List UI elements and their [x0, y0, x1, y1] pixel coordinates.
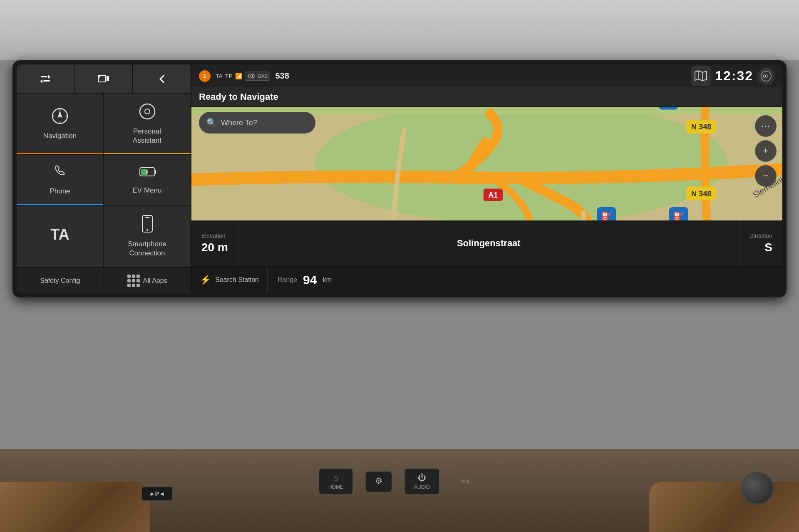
all-apps-icon [127, 275, 140, 287]
minus-icon: − [763, 171, 769, 181]
ready-to-navigate-bar: Ready to Navigate [191, 87, 782, 107]
elevation-label: Elevation [201, 233, 228, 239]
screen-inner: Navigation PersonalAssistant [17, 64, 782, 293]
ta-info-label: TA [216, 73, 223, 79]
vol-label-display: VOL [452, 475, 480, 489]
ta-accent [17, 266, 103, 267]
ev-menu-label: EV Menu [133, 186, 162, 195]
map-view-button[interactable] [691, 66, 711, 86]
vol-text: VOL [461, 479, 471, 485]
physical-buttons: ⌂ HOME ⚙ ⏻ AUDIO VOL [319, 468, 480, 495]
radio-indicator: 1 [199, 70, 211, 82]
smartphone-menu-item[interactable]: SmartphoneConnection [104, 205, 191, 267]
safety-config-label: Safety Config [40, 277, 80, 285]
street-name: Solingenstraat [457, 238, 521, 249]
home-physical-button[interactable]: ⌂ HOME [319, 468, 353, 495]
svg-point-19 [146, 229, 148, 231]
direction-label: Direction [749, 233, 772, 239]
navigation-label: Navigation [43, 131, 77, 141]
back-button[interactable] [133, 64, 191, 93]
radio-number: 1 [203, 73, 206, 79]
navigation-menu-item[interactable]: Navigation [17, 94, 104, 155]
ev-menu-item[interactable]: EV Menu [104, 155, 191, 206]
ev-accent [104, 204, 191, 205]
search-bar[interactable]: 🔍 Where To? [199, 112, 315, 134]
settings-physical-button[interactable]: ⚙ [365, 471, 392, 492]
nav-header-right: 12:32 [691, 66, 775, 86]
radio-frequency: 538 [275, 71, 289, 81]
p-label: ►P◄ [149, 490, 165, 497]
svg-point-14 [145, 109, 150, 114]
range-unit: km [323, 276, 331, 284]
phone-label: Phone [50, 187, 70, 196]
svg-rect-6 [98, 76, 100, 78]
direction-value: S [764, 241, 772, 254]
power-icon: ⏻ [418, 473, 426, 483]
ta-icon: TA [50, 226, 69, 243]
dots-icon: ⋯ [761, 121, 770, 131]
svg-rect-0 [41, 76, 47, 77]
elevation-value: 20 m [201, 241, 228, 254]
nav-footer: ⚡ Search Station Range 94 km [191, 266, 782, 293]
screen-bezel: Navigation PersonalAssistant [12, 60, 787, 297]
ev-icon [139, 164, 156, 183]
street-section: Solingenstraat [238, 220, 739, 266]
audio-physical-button[interactable]: ⏻ AUDIO [404, 468, 439, 495]
personal-assistant-menu-item[interactable]: PersonalAssistant [104, 94, 191, 155]
search-station-button[interactable]: ⚡ Search Station [191, 267, 268, 293]
map-info-bar: Elevation 20 m Solingenstraat Direction … [191, 220, 782, 266]
range-label: Range [278, 276, 297, 284]
volume-knob[interactable] [741, 472, 774, 505]
clock-display: 12:32 [715, 68, 753, 84]
dab-circle-button[interactable] [757, 67, 775, 85]
nav-header-left: 1 TA TP 📶 DAB [199, 70, 289, 82]
zoom-in-button[interactable]: + [755, 140, 777, 162]
all-apps-label: All Apps [143, 277, 167, 285]
nav-header: 1 TA TP 📶 DAB [191, 64, 782, 87]
p-button[interactable]: ►P◄ [141, 487, 173, 501]
swap-button[interactable] [17, 64, 75, 93]
personal-assistant-label: PersonalAssistant [133, 127, 161, 145]
search-icon: 🔍 [206, 118, 217, 128]
personal-assistant-icon [139, 103, 156, 124]
smartphone-accent [104, 266, 191, 267]
phone-icon [52, 163, 68, 183]
svg-marker-8 [57, 111, 62, 118]
map-controls: ⋯ + − [755, 115, 777, 187]
plus-icon: + [763, 146, 769, 156]
wood-trim-left [0, 482, 150, 532]
top-bar [17, 64, 191, 94]
home-button-label: HOME [328, 484, 343, 490]
right-panel: 1 TA TP 📶 DAB [191, 64, 782, 293]
signal-icon: 📶 [235, 73, 242, 79]
svg-point-26 [761, 71, 771, 81]
map-area[interactable]: A1 N 348 N 348 P ⛽ ⛽ [191, 107, 782, 266]
tp-info-label: TP [225, 73, 233, 79]
svg-rect-1 [43, 80, 50, 82]
range-value: 94 [303, 273, 317, 287]
media-button[interactable] [75, 64, 133, 93]
ready-to-navigate-text: Ready to Navigate [199, 92, 278, 102]
safety-config-button[interactable]: Safety Config [17, 268, 104, 293]
zoom-out-button[interactable]: − [755, 165, 777, 187]
svg-rect-17 [141, 169, 147, 175]
dab-badge: DAB [245, 72, 270, 81]
elevation-section: Elevation 20 m [191, 220, 238, 266]
svg-marker-23 [695, 71, 707, 81]
station-icon: ⚡ [200, 275, 211, 285]
svg-point-13 [140, 104, 155, 119]
svg-point-28 [764, 76, 765, 77]
all-apps-button[interactable]: All Apps [104, 268, 191, 293]
settings-icon: ⚙ [375, 476, 382, 486]
audio-button-label: AUDIO [414, 484, 430, 490]
range-section: Range 94 km [268, 273, 342, 287]
navigation-icon [51, 107, 69, 128]
svg-marker-2 [48, 75, 50, 79]
svg-text:A1: A1 [488, 191, 498, 199]
more-options-button[interactable]: ⋯ [755, 115, 777, 137]
ta-menu-item[interactable]: TA [17, 205, 104, 267]
search-station-label: Search Station [215, 276, 259, 284]
svg-marker-3 [40, 79, 42, 83]
dab-label: DAB [258, 73, 268, 79]
phone-menu-item[interactable]: Phone [17, 155, 104, 206]
